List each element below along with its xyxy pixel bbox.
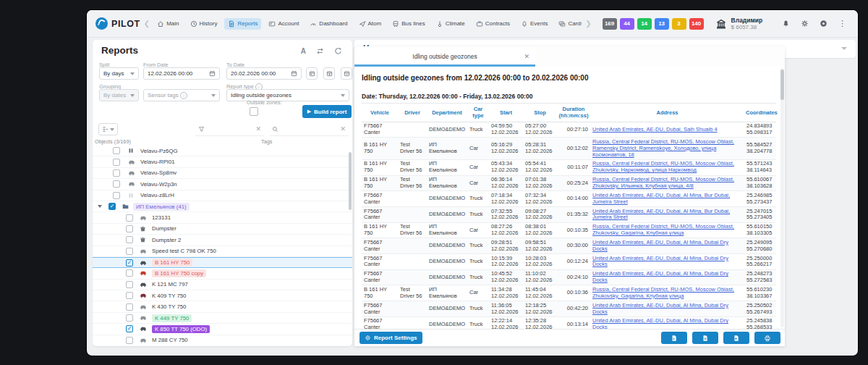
tree-item-123131[interactable]: 123131	[93, 212, 352, 223]
report-scrollbar-thumb[interactable]	[780, 70, 784, 100]
tree-item-b-161-hy-750[interactable]: ✓B 161 HY 750	[93, 257, 352, 268]
nav-item-atom[interactable]: Atom	[355, 18, 386, 30]
menu-overflow-chevron-icon[interactable]: ❯	[585, 20, 591, 28]
address-link[interactable]: United Arab Emirates, AE-DU, Dubai, Al M…	[592, 270, 728, 283]
tree-item-checkbox[interactable]: ✓	[126, 325, 133, 332]
nav-badge[interactable]: 140	[689, 18, 704, 30]
tree-item-checkbox[interactable]	[113, 147, 120, 154]
export-excel-button[interactable]	[661, 332, 687, 344]
address-link[interactable]: United Arab Emirates, AE-DU, Dubai, Al M…	[592, 302, 728, 315]
text-format-icon[interactable]: A	[301, 47, 306, 55]
tree-expand-chevron-icon[interactable]	[98, 205, 102, 208]
tree-item-k-430-ty-750[interactable]: K 430 TY 750	[93, 301, 352, 312]
nav-item-history[interactable]: History	[187, 18, 221, 30]
clear-filter-icon[interactable]: ✕	[255, 125, 261, 133]
tree-item-velavu-rpi01[interactable]: Velavu-RPI01	[93, 156, 352, 167]
more-menu-icon[interactable]: ⋮	[838, 19, 846, 28]
report-tab[interactable]: Idling outside geozones ✕	[354, 46, 535, 67]
tree-item-checkbox[interactable]	[126, 248, 133, 255]
tree-scrollbar[interactable]	[349, 152, 352, 210]
address-link[interactable]: Russia, Central Federal District, RU-MOS…	[592, 160, 734, 173]
export-pdf-button[interactable]	[723, 332, 749, 344]
address-link[interactable]: United Arab Emirates, AE-DU, Dubai, Al M…	[592, 317, 728, 330]
nav-item-contracts[interactable]: Contracts	[472, 18, 514, 30]
nav-collapse-chevron-icon[interactable]: ❮	[144, 20, 150, 28]
address-link[interactable]: Russia, Central Federal District, RU-MOS…	[592, 138, 734, 158]
clear-search-icon[interactable]: ✕	[340, 125, 346, 133]
address-link[interactable]: Russia, Central Federal District, RU-MOS…	[592, 286, 734, 299]
to-date-input[interactable]: 20.02.2026 00:00	[226, 67, 302, 80]
tree-item-k-121-mc-797[interactable]: K 121 MC 797	[93, 280, 352, 290]
address-link[interactable]: United Arab Emirates, AE-DU, Dubai, Al M…	[592, 239, 728, 252]
nav-item-events[interactable]: Events	[517, 18, 551, 30]
tree-item-checkbox[interactable]	[113, 192, 120, 199]
tree-item-dumpster[interactable]: Dumpster	[93, 224, 352, 235]
tree-item-k-409-ty-750[interactable]: K 409 TY 750	[93, 290, 352, 301]
quick-period-today-button[interactable]	[306, 67, 318, 80]
close-tab-icon[interactable]: ✕	[524, 53, 529, 60]
tree-item-k-449-ty-750[interactable]: K 449 TY 750	[93, 313, 352, 324]
help-icon[interactable]	[820, 20, 827, 28]
nav-item-climate[interactable]: Climate	[433, 18, 469, 30]
tree-item-ип-емельянов-41[interactable]: ✓ИП Емельянов (41)	[93, 201, 352, 212]
nav-item-bus-lines[interactable]: Bus lines	[388, 18, 428, 30]
nav-badge[interactable]: 3	[672, 18, 686, 30]
tree-item-velavu-pz6qg[interactable]: Velavu-Pz6QG	[93, 146, 352, 156]
settings-gear-icon[interactable]	[801, 20, 809, 28]
report-scrollbar-track[interactable]	[780, 68, 784, 327]
tree-item-checkbox[interactable]: ✓	[109, 203, 116, 210]
report-type-select[interactable]: Idling outside geozones	[226, 89, 349, 101]
print-button[interactable]	[754, 332, 780, 344]
tree-item-checkbox[interactable]	[113, 159, 120, 166]
nav-item-dashboard[interactable]: Dashboard	[306, 18, 351, 30]
notifications-bell-icon[interactable]	[782, 20, 790, 28]
tree-item-k-850-tt-750-odo[interactable]: ✓K 850 TT 750 (ODO)	[93, 324, 352, 335]
quick-period-week-button[interactable]	[323, 67, 335, 80]
tree-item-checkbox[interactable]	[126, 314, 133, 322]
tree-item-velavu-w2p3n[interactable]: Velavu-W2p3n	[93, 179, 352, 190]
refresh-icon[interactable]	[334, 47, 342, 55]
address-link[interactable]: United Arab Emirates, AE-DU, Dubai, Al M…	[592, 255, 728, 268]
build-report-button[interactable]: ▶ Build report	[302, 105, 352, 118]
from-date-input[interactable]: 12.02.2026 00:00	[143, 67, 220, 80]
tree-item-checkbox[interactable]	[126, 337, 133, 344]
tree-item-speed-test-c-798-ok-750[interactable]: Speed test C 798 OK 750	[93, 246, 352, 257]
objects-search-input[interactable]: ✕	[269, 122, 349, 136]
tree-item-checkbox[interactable]	[113, 169, 120, 177]
tree-item-velavu-sp8mv[interactable]: Velavu-Sp8mv	[93, 168, 352, 179]
address-link[interactable]: Russia, Central Federal District, RU-MOS…	[592, 223, 734, 236]
nav-item-account[interactable]: Account	[265, 18, 302, 30]
outside-zones-checkbox[interactable]	[250, 107, 258, 116]
nav-item-reports[interactable]: Reports	[224, 18, 261, 30]
tree-item-checkbox[interactable]: ✓	[126, 259, 133, 267]
tree-item-checkbox[interactable]	[126, 281, 133, 288]
tags-filter-input[interactable]: ✕	[195, 122, 264, 136]
address-link[interactable]: United Arab Emirates, AE-DU, Dubai, Saih…	[592, 126, 718, 133]
tree-item-checkbox[interactable]	[126, 303, 133, 311]
compare-swap-icon[interactable]	[316, 47, 324, 55]
nav-badge[interactable]: 44	[620, 18, 634, 30]
tree-item-checkbox[interactable]	[126, 225, 133, 232]
nav-item-main[interactable]: Main	[153, 18, 182, 30]
tree-view-toggle-button[interactable]	[98, 123, 118, 135]
tree-item-dumpster-2[interactable]: Dumpster 2	[93, 235, 352, 246]
tree-item-b-161-hy-750-copy[interactable]: B 161 HY 750 copy	[93, 268, 352, 279]
address-link[interactable]: Russia, Central Federal District, RU-MOS…	[592, 176, 734, 189]
tree-item-velavu-z8lrh[interactable]: Velavu-z8LrH	[93, 190, 352, 201]
pilot-logo[interactable]: PILOT	[95, 17, 140, 30]
nav-item-cards[interactable]: Cards	[555, 18, 582, 30]
sensor-tags-select[interactable]: Sensor tags i	[143, 89, 220, 101]
split-select[interactable]: By days	[99, 67, 139, 80]
tree-item-checkbox[interactable]	[126, 236, 133, 243]
nav-badge[interactable]: 14	[637, 18, 652, 30]
tree-item-checkbox[interactable]	[126, 269, 133, 277]
tree-item-checkbox[interactable]	[126, 292, 133, 299]
nav-badge[interactable]: 169	[603, 18, 617, 30]
tree-item-m-288-cy-750[interactable]: M 288 CY 750	[93, 335, 352, 345]
user-account[interactable]: Владимир $ 6057.38	[715, 17, 763, 31]
grouping-select[interactable]: By dates	[99, 89, 139, 101]
export-word-button[interactable]	[692, 332, 718, 344]
tree-item-checkbox[interactable]	[126, 214, 133, 222]
report-settings-button[interactable]: Report Settings	[359, 332, 422, 344]
address-link[interactable]: United Arab Emirates, AE-DU, Dubai, Al M…	[592, 208, 730, 221]
